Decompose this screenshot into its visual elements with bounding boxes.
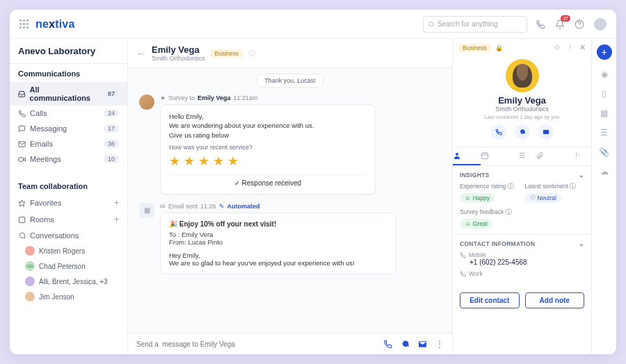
close-icon[interactable]: ✕: [579, 43, 586, 52]
email-meta: ✉ Email sent 11:26 ✎ Automated: [160, 203, 441, 210]
notifications-icon[interactable]: [555, 19, 565, 29]
nav-meetings[interactable]: Meetings10: [10, 151, 127, 167]
tab-attach[interactable]: [536, 147, 563, 165]
help-icon[interactable]: [575, 19, 584, 29]
phone-icon: [18, 110, 26, 117]
star-icon: [18, 199, 26, 207]
mobile-number: +1 (602) 225-4568: [470, 258, 584, 266]
feedback-value: ☺ Great: [460, 219, 492, 229]
call-button[interactable]: [491, 124, 506, 140]
logo: nextiva: [35, 18, 75, 31]
list-item[interactable]: Kristen Rogers: [10, 243, 127, 258]
topbar: nextiva Search for anything: [10, 10, 616, 39]
contact-avatar: [506, 59, 539, 92]
thread-contact-org: Smith Orthodontics: [152, 55, 205, 62]
tab-profile[interactable]: [453, 147, 481, 165]
svg-rect-4: [19, 217, 24, 222]
prev-message: Thank you, Lucas!: [257, 74, 323, 88]
response-received: ✓ Response received: [169, 174, 367, 187]
thread-contact-name: Emily Vega: [152, 44, 205, 55]
email-action-icon[interactable]: [418, 340, 427, 349]
survey-card: Hello Emily,We are wondering about your …: [160, 104, 376, 195]
tab-list[interactable]: ☰: [508, 147, 536, 165]
rail-building-icon[interactable]: ▯: [602, 89, 607, 99]
message-input[interactable]: [136, 340, 378, 348]
rail-attach-icon[interactable]: 📎: [599, 147, 609, 157]
contact-info-title: CONTACT INFORMATION⌄: [460, 240, 584, 247]
chat-action-icon[interactable]: [401, 340, 410, 349]
search-icon: [428, 21, 435, 28]
add-room-button[interactable]: +: [114, 215, 119, 224]
thread: ← Emily Vega Smith Orthodontics Business…: [128, 39, 452, 354]
email-button[interactable]: [538, 124, 554, 140]
rooms-icon: [18, 216, 26, 224]
conversations-icon: [18, 232, 26, 240]
sentiment-label: Latest sentiment ⓘ: [525, 183, 585, 191]
edit-contact-button[interactable]: Edit contact: [460, 292, 520, 308]
nav-emails[interactable]: Emails36: [10, 136, 127, 151]
search-placeholder: Search for anything: [438, 20, 498, 28]
detail-panel: Business 🔒 ☆ ⋮ ✕ Emily Vega Smith Orthod…: [452, 39, 591, 354]
tab-thumbs[interactable]: ⚐: [563, 147, 591, 165]
nav-calls[interactable]: Calls24: [10, 106, 127, 121]
contact-name: Emily Vega: [458, 95, 586, 106]
phone-icon: [460, 271, 466, 277]
rating-stars[interactable]: ★ ★ ★ ★ ★: [169, 154, 367, 169]
email-card: 🎉 Enjoy 10% off your next visit! To : Em…: [160, 213, 396, 274]
svg-point-0: [429, 22, 433, 26]
phone-icon: [460, 252, 466, 258]
sentiment-value: ♡ Neutral: [525, 193, 561, 203]
chevron-down-icon[interactable]: ⌄: [579, 240, 584, 247]
rail-profile-icon[interactable]: ◉: [601, 69, 608, 79]
chat-icon: [18, 125, 26, 133]
thread-header: ← Emily Vega Smith Orthodontics Business…: [128, 39, 452, 68]
rail-cloud-icon[interactable]: ☁: [600, 167, 609, 176]
lock-icon: 🔒: [495, 44, 503, 51]
right-rail: + ◉ ▯ ▦ ☰ 📎 ☁: [591, 39, 616, 354]
nav-messaging[interactable]: Messaging17: [10, 121, 127, 136]
sidebar: Anevo Laboratory Communications All comm…: [10, 39, 128, 354]
nav-conversations[interactable]: Conversations: [10, 228, 127, 243]
more-icon[interactable]: ⋮: [566, 43, 574, 52]
user-avatar[interactable]: [594, 18, 607, 31]
video-icon: [18, 156, 26, 163]
composer: ⋮: [128, 333, 452, 354]
call-action-icon[interactable]: [383, 340, 392, 349]
sender-avatar: [139, 94, 154, 110]
app-grip-icon[interactable]: [19, 19, 29, 28]
plus-button[interactable]: +: [597, 44, 612, 60]
list-item[interactable]: Alli, Brent, Jessica, +3: [10, 274, 127, 289]
mail-icon: [18, 140, 26, 148]
more-icon[interactable]: ⋮: [435, 339, 444, 349]
svg-rect-7: [481, 154, 488, 159]
insights-title: INSIGHTS⌄: [460, 172, 584, 179]
feedback-label: Survey feedback ⓘ: [460, 208, 584, 217]
exp-rating-value: ☺ Happy: [460, 193, 495, 203]
nav-all-comms[interactable]: All communications87: [10, 82, 127, 106]
phone-icon[interactable]: [536, 19, 545, 29]
contact-meta: Last contacted 1 day ago by you: [458, 114, 586, 120]
business-chip: Business: [458, 44, 491, 52]
add-favorite-button[interactable]: +: [114, 198, 119, 208]
rail-list-icon[interactable]: ☰: [600, 128, 608, 138]
list-item[interactable]: Jim Jenson: [10, 289, 127, 304]
nav-favorites[interactable]: Favorites+: [10, 195, 127, 211]
info-icon[interactable]: ⓘ: [248, 49, 255, 58]
global-search[interactable]: Search for anything: [423, 16, 527, 33]
rail-calendar-icon[interactable]: ▦: [600, 108, 608, 118]
list-item[interactable]: CDChad Peterson: [10, 258, 127, 274]
chevron-down-icon[interactable]: ⌄: [579, 172, 584, 179]
back-button[interactable]: ←: [136, 48, 146, 59]
detail-tabs: ☰ ⚐: [453, 147, 591, 166]
tab-calendar[interactable]: [481, 147, 508, 165]
svg-point-6: [456, 153, 458, 156]
survey-meta: ★ Survey to Emily Vega 11:21am: [160, 94, 441, 101]
star-icon[interactable]: ☆: [554, 43, 561, 52]
add-note-button[interactable]: Add note: [525, 292, 585, 308]
building-icon: ▦: [139, 203, 154, 218]
section-communications: Communications: [10, 64, 127, 82]
inbox-icon: [18, 90, 26, 98]
chat-button[interactable]: [515, 124, 530, 140]
contact-org: Smith Orthodontics: [458, 106, 586, 113]
nav-rooms[interactable]: Rooms+: [10, 211, 127, 228]
